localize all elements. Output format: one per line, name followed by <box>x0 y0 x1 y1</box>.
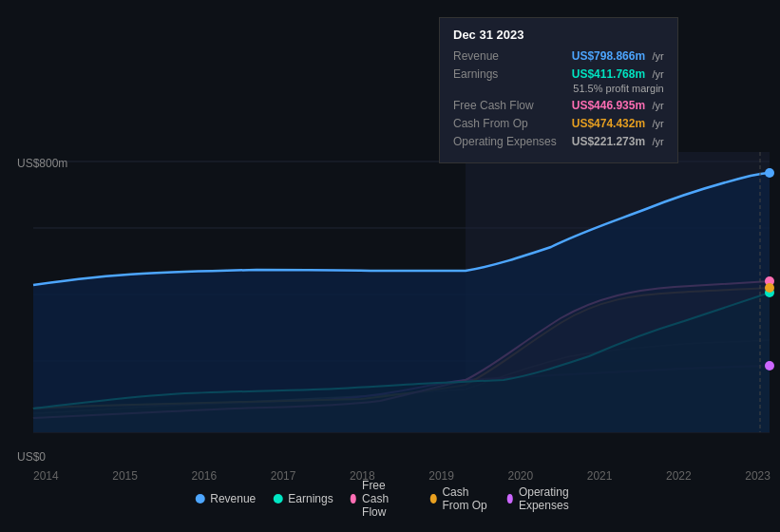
legend-dot-earnings <box>273 494 282 504</box>
x-label-2023: 2023 <box>745 469 770 483</box>
legend-item-opex[interactable]: Operating Expenses <box>507 485 585 512</box>
legend-label-earnings: Earnings <box>288 492 333 505</box>
tooltip-row-earnings: Earnings US$411.768m /yr <box>453 67 664 81</box>
y-axis-bottom-label: US$0 <box>17 450 46 464</box>
legend-item-earnings[interactable]: Earnings <box>273 492 333 505</box>
x-label-2014: 2014 <box>33 469 59 483</box>
tooltip-label-fcf: Free Cash Flow <box>453 99 534 112</box>
chart-legend: Revenue Earnings Free Cash Flow Cash Fro… <box>195 479 585 519</box>
legend-label-opex: Operating Expenses <box>519 485 585 512</box>
x-label-2022: 2022 <box>666 469 692 483</box>
tooltip-label-cashop: Cash From Op <box>453 117 528 130</box>
svg-point-7 <box>765 168 774 178</box>
tooltip-value-cashop: US$474.432m /yr <box>572 117 664 130</box>
svg-point-11 <box>765 361 774 370</box>
tooltip-label-opex: Operating Expenses <box>453 135 557 148</box>
tooltip-value-revenue: US$798.866m /yr <box>572 49 664 63</box>
tooltip-value-fcf: US$446.935m /yr <box>572 99 664 112</box>
tooltip-label-earnings: Earnings <box>453 67 498 81</box>
tooltip-row-cashop: Cash From Op US$474.432m /yr <box>453 117 664 130</box>
chart-container: US$800m US$0 2014 2015 2016 2017 2018 20… <box>0 0 780 532</box>
legend-label-fcf: Free Cash Flow <box>362 479 413 519</box>
tooltip-row-revenue: Revenue US$798.866m /yr <box>453 49 664 63</box>
legend-dot-fcf <box>351 494 356 504</box>
tooltip-label-revenue: Revenue <box>453 49 499 63</box>
legend-label-revenue: Revenue <box>210 492 256 505</box>
tooltip-value-earnings: US$411.768m /yr <box>572 67 664 81</box>
legend-item-cashop[interactable]: Cash From Op <box>430 485 489 512</box>
svg-point-10 <box>765 283 774 293</box>
legend-item-revenue[interactable]: Revenue <box>195 492 256 505</box>
legend-dot-opex <box>507 494 513 504</box>
tooltip-box: Dec 31 2023 Revenue US$798.866m /yr Earn… <box>439 17 678 163</box>
legend-label-cashop: Cash From Op <box>442 485 489 512</box>
x-label-2015: 2015 <box>112 469 138 483</box>
tooltip-row-fcf: Free Cash Flow US$446.935m /yr <box>453 99 664 112</box>
x-label-2021: 2021 <box>587 469 613 483</box>
tooltip-value-opex: US$221.273m /yr <box>572 135 664 148</box>
tooltip-date: Dec 31 2023 <box>453 28 664 42</box>
legend-dot-cashop <box>430 494 436 504</box>
tooltip-row-opex: Operating Expenses US$221.273m /yr <box>453 135 664 148</box>
profit-margin-text: 51.5% profit margin <box>453 83 664 94</box>
legend-item-fcf[interactable]: Free Cash Flow <box>351 479 413 519</box>
y-axis-top-label: US$800m <box>17 157 67 170</box>
legend-dot-revenue <box>195 494 204 504</box>
